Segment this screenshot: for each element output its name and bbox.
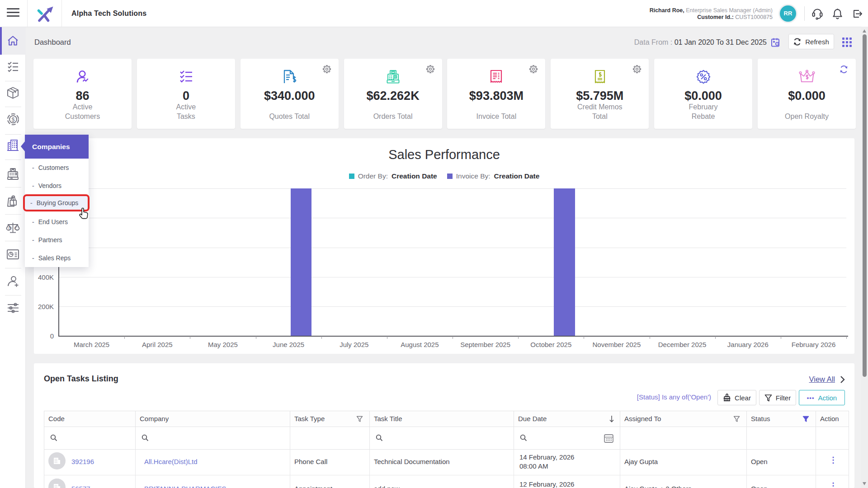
svg-text:$: $ <box>11 117 14 123</box>
svg-text:C: C <box>14 226 17 231</box>
svg-text:D: D <box>8 226 11 231</box>
